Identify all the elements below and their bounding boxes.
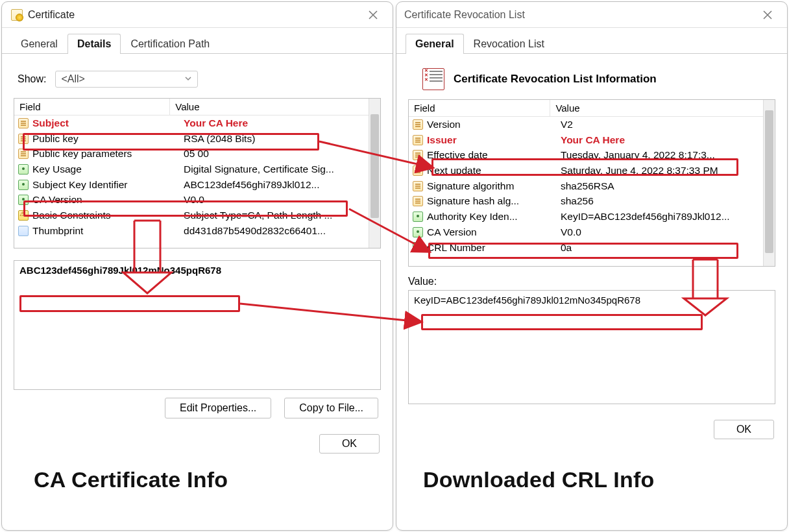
list-row[interactable]: CRL Number0a [409, 240, 763, 256]
list-row[interactable]: CA VersionV0.0 [409, 224, 763, 240]
row-field: Effective date [427, 148, 561, 162]
tab-certification-path[interactable]: Certification Path [121, 34, 219, 54]
bc-icon [17, 209, 30, 222]
crl-icon [422, 68, 444, 90]
row-value: ABC123def456ghi789Jkl012... [184, 178, 367, 192]
row-field: Public key parameters [32, 147, 184, 161]
ext-icon [17, 163, 30, 176]
row-value: V0.0 [184, 193, 367, 207]
certificate-dialog: Certificate General Details Certificatio… [1, 1, 393, 531]
row-field: CA Version [32, 193, 184, 207]
ext-icon [17, 193, 30, 206]
list-row[interactable]: Key UsageDigital Signature, Certificate … [14, 162, 369, 177]
row-value: sha256RSA [561, 179, 761, 193]
crl-dialog: Certificate Revocation List General Revo… [396, 1, 788, 531]
list-row[interactable]: Thumbprintdd431d87b5490d2832c66401... [14, 223, 369, 239]
row-field: CRL Number [427, 241, 561, 255]
list-header: Field Value [14, 99, 369, 115]
list-row[interactable]: CA VersionV0.0 [14, 192, 369, 208]
edit-properties-button[interactable]: Edit Properties... [165, 398, 271, 418]
row-value: RSA (2048 Bits) [184, 132, 367, 146]
certificate-icon [10, 8, 24, 22]
detail-textarea[interactable]: ABC123def456ghi789Jkl012mNo345pqR678 [14, 260, 381, 390]
row-field: Basic Constraints [32, 208, 184, 223]
row-field: Signature algorithm [427, 179, 561, 193]
fields-list[interactable]: Field Value VersionV2IssuerYour CA HereE… [408, 99, 775, 267]
row-field: Subject [32, 116, 184, 130]
ok-button[interactable]: OK [714, 420, 774, 439]
row-value: 05 00 [184, 147, 367, 161]
row-value: sha256 [561, 194, 761, 208]
tabs: General Revocation List [396, 28, 787, 54]
tab-general[interactable]: General [11, 34, 67, 54]
col-field[interactable]: Field [14, 99, 170, 115]
detail-textarea[interactable]: KeyID=ABC123def456ghi789Jkl012mNo345pqR6… [408, 290, 775, 404]
value-label: Value: [408, 276, 775, 287]
detail-value-text: ABC123def456ghi789Jkl012mNo345pqR678 [19, 265, 221, 276]
list-row[interactable]: Public keyRSA (2048 Bits) [14, 131, 369, 147]
doc-icon [411, 149, 424, 162]
row-value: V2 [561, 117, 761, 132]
list-row[interactable]: Effective dateTuesday, January 4, 2022 8… [409, 147, 763, 163]
show-select-value: <All> [61, 73, 84, 84]
row-field: Version [427, 117, 561, 132]
row-value: V0.0 [561, 225, 761, 239]
window-title: Certificate Revocation List [404, 9, 753, 21]
row-field: Authority Key Iden... [427, 210, 561, 224]
list-row[interactable]: Basic ConstraintsSubject Type=CA, Path L… [14, 208, 369, 223]
tabs: General Details Certification Path [2, 28, 393, 54]
crl-info-title: Certificate Revocation List Information [454, 73, 657, 86]
row-value: Your CA Here [184, 116, 367, 130]
copy-to-file-button[interactable]: Copy to File... [284, 398, 378, 418]
list-row[interactable]: Subject Key IdentifierABC123def456ghi789… [14, 177, 369, 193]
caption-left: CA Certificate Info [34, 467, 228, 492]
list-row[interactable]: SubjectYour CA Here [14, 115, 369, 131]
tab-details[interactable]: Details [67, 34, 121, 54]
col-field[interactable]: Field [409, 100, 550, 116]
titlebar: Certificate [2, 2, 393, 28]
caption-right: Downloaded CRL Info [423, 467, 654, 492]
doc-icon [17, 117, 30, 130]
list-row[interactable]: Signature algorithmsha256RSA [409, 178, 763, 194]
titlebar: Certificate Revocation List [396, 2, 787, 28]
row-value: Digital Signature, Certificate Sig... [184, 162, 367, 176]
col-value[interactable]: Value [170, 99, 369, 115]
close-button[interactable] [359, 5, 387, 25]
ext-icon [411, 241, 424, 254]
doc-icon [411, 180, 424, 193]
list-row[interactable]: Signature hash alg...sha256 [409, 193, 763, 209]
list-header: Field Value [409, 100, 763, 117]
doc-icon [411, 195, 424, 208]
list-row[interactable]: Public key parameters05 00 [14, 146, 369, 162]
window-title: Certificate [28, 9, 359, 21]
show-select[interactable]: <All> [55, 71, 198, 88]
fields-list[interactable]: Field Value SubjectYour CA HerePublic ke… [14, 98, 381, 248]
row-value: dd431d87b5490d2832c66401... [184, 224, 367, 238]
doc-icon [17, 147, 30, 160]
th-icon [17, 224, 30, 237]
doc-icon [17, 132, 30, 145]
scrollbar[interactable] [369, 99, 380, 248]
tab-general[interactable]: General [406, 34, 464, 54]
list-row[interactable]: IssuerYour CA Here [409, 132, 763, 148]
list-row[interactable]: Next updateSaturday, June 4, 2022 8:37:3… [409, 163, 763, 178]
doc-icon [411, 118, 424, 131]
row-field: CA Version [427, 225, 561, 239]
row-field: Public key [32, 132, 184, 146]
ok-button[interactable]: OK [319, 434, 380, 453]
row-value: Tuesday, January 4, 2022 8:17:3... [561, 148, 761, 162]
tab-revocation-list[interactable]: Revocation List [464, 34, 554, 54]
row-value: KeyID=ABC123def456ghi789Jkl012... [561, 210, 761, 224]
row-value: Your CA Here [561, 133, 761, 147]
ext-icon [411, 226, 424, 239]
row-field: Thumbprint [32, 224, 184, 238]
list-row[interactable]: Authority Key Iden...KeyID=ABC123def456g… [409, 209, 763, 224]
col-value[interactable]: Value [550, 100, 763, 116]
row-field: Next update [427, 163, 561, 178]
list-row[interactable]: VersionV2 [409, 117, 763, 132]
row-field: Issuer [427, 133, 561, 147]
close-button[interactable] [753, 5, 782, 25]
scrollbar[interactable] [763, 100, 775, 266]
show-label: Show: [18, 73, 46, 85]
row-field: Signature hash alg... [427, 194, 561, 208]
